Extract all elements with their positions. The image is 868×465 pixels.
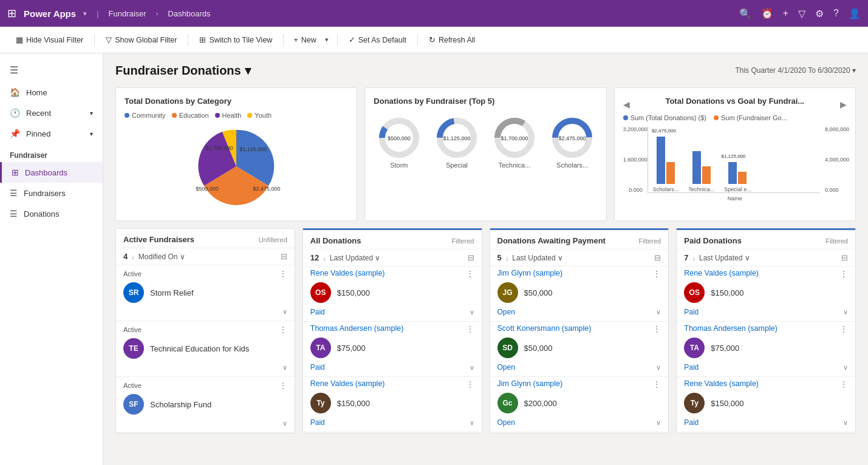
chart3-title: Total Donations vs Goal by Fundrai... [630, 97, 840, 106]
list4-view-icon[interactable]: ⊟ [841, 253, 848, 262]
list4-item2-more-icon[interactable]: ⋮ [839, 324, 848, 334]
home-icon: 🏠 [10, 87, 20, 97]
list3-item1-avatar: JG [497, 282, 518, 303]
list3-item1-more-icon[interactable]: ⋮ [652, 269, 661, 279]
help-icon[interactable]: ? [833, 8, 839, 19]
list3-item2-contact[interactable]: Scott Konersmann (sample) [497, 324, 592, 334]
list4-sort-label[interactable]: Last Updated ∨ [699, 254, 750, 262]
list4-item1-expand-icon[interactable]: ∨ [843, 308, 848, 316]
list2-item3-expand-icon[interactable]: ∨ [470, 419, 474, 427]
list3-sort-label[interactable]: Last Updated ∨ [512, 254, 563, 262]
list4-item3-more-icon[interactable]: ⋮ [839, 379, 848, 389]
list1-item3-status: Active [123, 382, 142, 389]
list3-item1-expand-icon[interactable]: ∨ [656, 308, 661, 316]
list1-view-icon[interactable]: ⊟ [281, 252, 287, 261]
list3-item3-contact[interactable]: Jim Glynn (sample) [497, 379, 563, 389]
add-icon[interactable]: + [783, 8, 788, 19]
list1-item3-header: Active ⋮ [116, 377, 295, 392]
list4-item1-contact[interactable]: Rene Valdes (sample) [684, 269, 759, 279]
list1-item2-more-icon[interactable]: ⋮ [279, 325, 287, 334]
bar-special-label: Special e... [724, 186, 751, 192]
activity-icon[interactable]: ⏰ [761, 8, 773, 19]
bar-chart-right-arrow[interactable]: ▶ [840, 100, 847, 109]
app-dropdown-arrow[interactable]: ▾ [83, 10, 87, 18]
show-global-filter-button[interactable]: ▽ Show Global Filter [100, 32, 183, 47]
list3-item2-avatar: SD [497, 338, 518, 358]
list4-item3-contact[interactable]: Rene Valdes (sample) [684, 379, 759, 389]
hide-visual-filter-button[interactable]: ▦ Hide Visual Filter [10, 32, 89, 47]
new-button-group: + New ▾ [289, 33, 332, 47]
set-default-button[interactable]: ✓ Set As Default [343, 32, 412, 47]
list1-item2-expand-icon[interactable]: ∨ [282, 364, 287, 372]
switch-tile-view-button[interactable]: ⊞ Switch to Tile View [193, 32, 278, 47]
list4-sort-arrow-icon[interactable]: ↓ [692, 254, 695, 262]
page-title[interactable]: Fundraiser Donations ▾ [115, 63, 251, 78]
sidebar-item-dashboards[interactable]: ⊞ Dashboards [0, 162, 103, 183]
list2-item1-expand-icon[interactable]: ∨ [470, 308, 474, 316]
list2-view-icon[interactable]: ⊟ [468, 253, 474, 262]
list1-item1-more-icon[interactable]: ⋮ [279, 269, 287, 279]
breadcrumb-fundraiser[interactable]: Fundraiser [109, 9, 146, 18]
charts-row: Total Donations by Category Community Ed… [115, 87, 856, 221]
list4-item2-contact[interactable]: Thomas Andersen (sample) [684, 324, 777, 334]
list4-count: 7 [684, 253, 688, 262]
user-icon[interactable]: 👤 [849, 8, 861, 19]
page-header: Fundraiser Donations ▾ This Quarter 4/1/… [115, 63, 856, 78]
list4-item2-body: TA $75,000 [677, 335, 855, 362]
list2-item3-more-icon[interactable]: ⋮ [466, 379, 474, 389]
list1-sort-arrow-icon[interactable]: ↓ [131, 253, 135, 260]
list4-item1-status: Paid [684, 308, 699, 316]
refresh-all-button[interactable]: ↻ Refresh All [423, 32, 481, 47]
list2-item3-body: Ty $150,000 [303, 390, 482, 417]
list4-sort-row: 7 ↓ Last Updated ∨ ⊟ [677, 249, 855, 266]
search-icon[interactable]: 🔍 [739, 8, 751, 19]
list1-item1-expand-icon[interactable]: ∨ [282, 308, 287, 316]
list2-item1-more-icon[interactable]: ⋮ [466, 269, 474, 279]
filter-icon[interactable]: ▽ [798, 8, 805, 19]
list4-item1-more-icon[interactable]: ⋮ [839, 269, 848, 279]
list1-item3-more-icon[interactable]: ⋮ [279, 381, 287, 390]
list1-item3-expand-icon[interactable]: ∨ [282, 419, 287, 427]
bar-scholars-label: Scholars... [653, 186, 679, 192]
chart1-legend: Community Education Health Youth [125, 112, 348, 119]
list1-filter-badge: Unfiltered [259, 236, 287, 243]
list2-item1-contact[interactable]: Rene Valdes (sample) [310, 269, 385, 279]
list3-view-icon[interactable]: ⊟ [654, 253, 661, 262]
bar-technical-donations [692, 151, 701, 184]
list2-item2-expand-icon[interactable]: ∨ [470, 364, 474, 372]
bar-chart-left-arrow[interactable]: ◀ [623, 100, 630, 109]
list2-sort-label[interactable]: Last Updated ∨ [330, 254, 381, 262]
list3-item1-body: JG $50,000 [490, 280, 669, 307]
list2-item3-contact-row: Rene Valdes (sample) ⋮ [303, 377, 482, 390]
list3-item3-expand-icon[interactable]: ∨ [656, 419, 661, 427]
list2-item3-contact[interactable]: Rene Valdes (sample) [310, 379, 385, 389]
settings-icon[interactable]: ⚙ [815, 8, 824, 19]
page-date-range[interactable]: This Quarter 4/1/2020 To 6/30/2020 ▾ [735, 66, 856, 75]
new-dropdown-button[interactable]: ▾ [321, 33, 332, 47]
list3-item2-more-icon[interactable]: ⋮ [652, 324, 661, 334]
sidebar-hamburger-icon[interactable]: ☰ [0, 58, 103, 82]
new-button[interactable]: + New [289, 33, 321, 47]
list1-sort-label[interactable]: Modified On ∨ [138, 253, 185, 261]
list2-sort-arrow-icon[interactable]: ↓ [323, 254, 326, 262]
list3-item1-contact[interactable]: Jim Glynn (sample) [497, 269, 563, 279]
recent-icon: 🕐 [10, 108, 20, 118]
list4-item3-expand-icon[interactable]: ∨ [843, 419, 848, 427]
list3-sort-arrow-icon[interactable]: ↓ [505, 254, 509, 262]
list-item: Rene Valdes (sample) ⋮ Ty $150,000 Paid … [303, 377, 482, 432]
sidebar-item-donations[interactable]: ☰ Donations [0, 203, 103, 224]
list1-item1-body: SR Storm Relief [116, 280, 295, 307]
sidebar-item-fundraisers[interactable]: ☰ Fundraisers [0, 183, 103, 203]
sidebar-item-recent[interactable]: 🕐 Recent ▾ [0, 103, 103, 123]
sidebar-item-pinned[interactable]: 📌 Pinned ▾ [0, 123, 103, 144]
list2-item2-more-icon[interactable]: ⋮ [466, 324, 474, 334]
list3-item3-more-icon[interactable]: ⋮ [652, 379, 661, 389]
list4-item2-expand-icon[interactable]: ∨ [843, 364, 848, 372]
list-item: Jim Glynn (sample) ⋮ JG $50,000 Open ∨ [490, 266, 669, 322]
recent-chevron-icon: ▾ [90, 110, 93, 117]
sidebar-item-home[interactable]: 🏠 Home [0, 82, 103, 103]
waffle-menu-icon[interactable]: ⊞ [7, 7, 16, 20]
list3-item2-expand-icon[interactable]: ∨ [656, 364, 661, 372]
breadcrumb-dashboards[interactable]: Dashboards [168, 9, 210, 18]
list2-item2-contact[interactable]: Thomas Andersen (sample) [310, 324, 404, 334]
